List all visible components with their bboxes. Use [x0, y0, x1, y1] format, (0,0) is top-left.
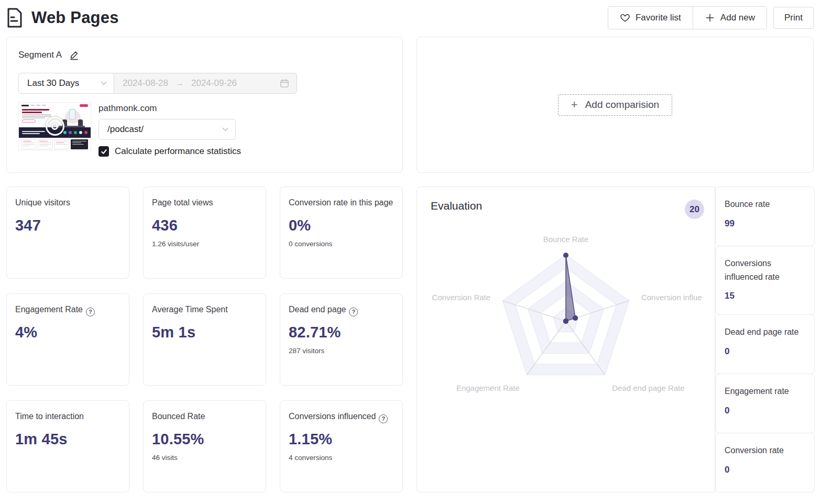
- add-new-button[interactable]: Add new: [693, 7, 767, 29]
- add-comparison-label: Add comparision: [585, 99, 660, 111]
- metric-label: Unique visitors: [15, 196, 121, 210]
- heart-icon: [620, 13, 630, 23]
- side-stat-cell: Dead end page rate 0: [715, 314, 815, 374]
- side-stat-value: 0: [725, 465, 805, 475]
- page-thumbnail[interactable]: [18, 102, 91, 150]
- comparison-card: + Add comparision: [417, 37, 814, 173]
- metric-value: 0%: [289, 217, 394, 234]
- metric-card: Engagement Rate? 4%: [6, 293, 129, 386]
- favorite-list-label: Favorite list: [636, 13, 681, 23]
- side-stat-cell: Bounce rate 99: [715, 187, 815, 246]
- metric-card: Average Time Spent 5m 1s: [143, 293, 266, 386]
- metric-label-text: Bounced Rate: [152, 412, 205, 421]
- metric-value: 4%: [15, 324, 121, 341]
- evaluation-card: Evaluation 20 Bounce RateConversion infl…: [417, 187, 715, 492]
- metric-label-text: Unique visitors: [15, 198, 70, 207]
- segment-body: pathmonk.com /podcast/ Calculate perform…: [18, 102, 391, 157]
- metric-value: 82.71%: [289, 324, 394, 341]
- metric-sub: 287 visitors: [289, 347, 394, 355]
- segment-card: Segment A Last 30 Days 2024-08-28 → 2024…: [6, 37, 403, 173]
- side-stat-value: 0: [725, 346, 805, 357]
- header-actions: Favorite list Add new Print: [608, 6, 814, 29]
- metric-card: Unique visitors 347: [6, 187, 129, 279]
- metric-label: Page total views: [152, 196, 257, 210]
- svg-text:Engagement Rate: Engagement Rate: [456, 384, 520, 392]
- metric-label: Bounced Rate: [152, 410, 257, 423]
- side-stat-label: Conversions influenced rate: [725, 257, 805, 283]
- metric-card: Conversion rate in this page 0% 0 conver…: [280, 187, 403, 279]
- favorite-list-button[interactable]: Favorite list: [608, 7, 693, 29]
- calc-stats-label: Calculate performance statistics: [115, 146, 241, 157]
- question-mark-icon[interactable]: ?: [379, 414, 388, 423]
- metric-label: Conversion rate in this page: [289, 196, 394, 210]
- print-label: Print: [784, 13, 803, 23]
- side-stat-label: Conversion rate: [725, 444, 805, 457]
- web-pages-dashboard: Web Pages Favorite list Add new Pri: [0, 0, 832, 503]
- side-stat-cell: Engagement rate 0: [715, 374, 815, 433]
- document-icon: [6, 8, 23, 28]
- metric-value: 1m 45s: [15, 431, 121, 448]
- date-end-value: 2024-09-26: [191, 78, 237, 89]
- header-button-group: Favorite list Add new: [608, 6, 767, 29]
- svg-text:Conversion Rate: Conversion Rate: [432, 293, 490, 302]
- date-preset-select[interactable]: Last 30 Days: [18, 73, 114, 94]
- side-stat-cell: Conversions influenced rate 15: [715, 246, 815, 315]
- metric-label-text: Time to interaction: [15, 412, 84, 421]
- date-range-input: 2024-08-28 → 2024-09-26: [114, 73, 297, 94]
- add-new-label: Add new: [720, 13, 755, 23]
- side-stat-cell: Conversion rate 0: [715, 433, 815, 492]
- metric-label-text: Engagement Rate: [15, 305, 83, 314]
- print-button[interactable]: Print: [773, 7, 814, 29]
- thumb-nav: [19, 103, 91, 108]
- metric-card: Conversions influenced? 1.15% 4 conversi…: [280, 400, 403, 492]
- metric-label: Dead end page?: [289, 303, 394, 316]
- calendar-icon: [280, 79, 289, 88]
- add-comparison-button[interactable]: + Add comparision: [558, 94, 672, 116]
- radar-chart-container: Bounce RateConversion influeDead end pag…: [417, 224, 715, 402]
- evaluation-header: Evaluation 20: [431, 200, 715, 219]
- edit-pencil-icon[interactable]: [69, 50, 79, 60]
- metric-label: Engagement Rate?: [15, 303, 121, 316]
- metric-label-text: Dead end page: [289, 305, 346, 314]
- segment-page-picker: pathmonk.com /podcast/ Calculate perform…: [98, 102, 241, 157]
- question-mark-icon[interactable]: ?: [349, 308, 358, 316]
- metric-card: Time to interaction 1m 45s: [6, 400, 129, 492]
- segment-name: Segment A: [18, 50, 62, 60]
- page-title: Web Pages: [31, 8, 119, 27]
- metric-label: Conversions influenced?: [289, 410, 394, 423]
- evaluation-score-badge: 20: [685, 200, 704, 219]
- date-range-row: Last 30 Days 2024-08-28 → 2024-09-26: [18, 73, 391, 94]
- eye-icon: [46, 117, 64, 136]
- calc-stats-checkbox-row[interactable]: Calculate performance statistics: [98, 146, 241, 157]
- metric-label-text: Conversion rate in this page: [289, 198, 393, 207]
- metric-value: 5m 1s: [152, 324, 257, 341]
- evaluation-side-stats: Bounce rate 99 Conversions influenced ra…: [715, 187, 815, 492]
- checkbox-checked-icon[interactable]: [98, 146, 109, 157]
- side-stat-value: 0: [725, 406, 805, 416]
- date-start-value: 2024-08-28: [123, 78, 168, 89]
- chevron-down-icon: [222, 126, 229, 133]
- svg-text:Conversion influe: Conversion influe: [641, 293, 702, 302]
- segment-title-row: Segment A: [18, 50, 391, 60]
- thumb-cards: [19, 138, 91, 150]
- page-path-select[interactable]: /podcast/: [98, 119, 236, 140]
- arrow-right-icon: →: [176, 79, 184, 88]
- svg-text:Bounce Rate: Bounce Rate: [543, 235, 589, 244]
- metric-card: Page total views 436 1.26 visits/user: [143, 187, 266, 279]
- radar-chart: Bounce RateConversion influeDead end pag…: [417, 224, 715, 402]
- question-mark-icon[interactable]: ?: [86, 308, 95, 316]
- plus-icon: +: [571, 99, 578, 111]
- metric-card: Dead end page? 82.71% 287 visitors: [280, 293, 403, 386]
- metric-sub: 46 visits: [152, 454, 257, 462]
- metric-value: 347: [15, 217, 121, 234]
- metric-sub: 0 conversions: [289, 240, 394, 248]
- metric-label-text: Conversions influenced: [289, 412, 376, 421]
- metric-sub: 4 conversions: [289, 454, 394, 462]
- domain-label: pathmonk.com: [98, 103, 241, 114]
- side-stat-label: Dead end page rate: [725, 325, 805, 339]
- side-stat-label: Bounce rate: [725, 198, 805, 211]
- metric-value: 10.55%: [152, 431, 257, 448]
- evaluation-section: Evaluation 20 Bounce RateConversion infl…: [417, 187, 815, 492]
- metrics-grid: Unique visitors 347 Page total views 436…: [6, 187, 403, 492]
- side-stat-value: 99: [725, 218, 805, 229]
